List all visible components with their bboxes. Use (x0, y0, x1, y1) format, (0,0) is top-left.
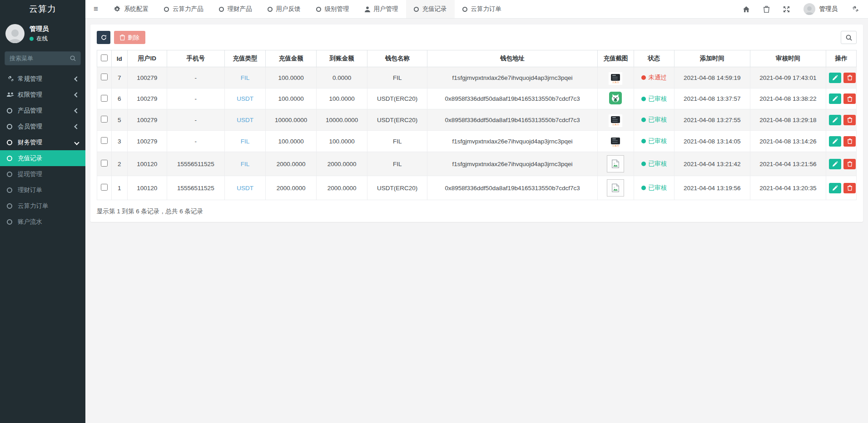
status-badge: 已审核 (641, 137, 667, 145)
sidebar-item-product-management[interactable]: 产品管理 (0, 103, 85, 118)
cell-status: 已审核 (634, 152, 675, 176)
cell-wallet-address: f1sfgjmvpxtnxlax26e7ihvquojd4ap3jrnc3pqe… (427, 152, 598, 176)
row-select (97, 176, 112, 200)
edit-button[interactable] (829, 93, 841, 104)
column-header: 添加时间 (674, 50, 750, 67)
tab-finance-products[interactable]: 理财产品 (211, 0, 260, 18)
sidebar-item-permission-management[interactable]: 权限管理 (0, 87, 85, 103)
sidebar: 云算力 管理员 在线 常规管理权限管理产品管理会员管理财务管理充值记录提现管理理… (0, 0, 85, 423)
broken-image-icon[interactable] (607, 155, 624, 172)
sidebar-item-member-management[interactable]: 会员管理 (0, 118, 85, 134)
status-dot-icon (641, 139, 646, 143)
edit-button[interactable] (829, 136, 841, 147)
cell-amount: 2000.0000 (266, 176, 317, 200)
delete-button[interactable] (843, 115, 856, 125)
edit-button[interactable] (829, 73, 841, 83)
row-checkbox[interactable] (101, 74, 108, 80)
status-badge: 已审核 (641, 184, 667, 192)
settings-cogs-icon[interactable] (851, 6, 859, 13)
circle-icon (7, 108, 18, 113)
cell-added-time: 2021-04-04 13:19:56 (674, 176, 750, 200)
cell-recharge-type[interactable]: FIL (224, 152, 265, 176)
sidebar-item-finance-management[interactable]: 财务管理 (0, 134, 85, 150)
page-content: 删除 Id用户ID手机号充值类型充值金额到账金额钱包名称钱包地址充值截图状态添加… (85, 19, 868, 423)
user-status: 在线 (30, 35, 49, 43)
tab-hashrate-orders[interactable]: 云算力订单 (455, 0, 510, 18)
recharge-screenshot-thumbnail[interactable]: 云算力 (609, 72, 622, 85)
status-badge: 已审核 (641, 95, 667, 103)
cell-recharge-type[interactable]: USDT (224, 109, 265, 131)
recharge-screenshot-thumbnail[interactable] (609, 92, 622, 104)
recharge-screenshot-thumbnail[interactable]: 云算力 (609, 136, 622, 148)
circle-icon (316, 7, 321, 12)
cell-amount: 100.0000 (266, 89, 317, 109)
trash-icon[interactable] (764, 6, 769, 13)
delete-button[interactable] (843, 136, 856, 147)
sidebar-item-label: 云算力订单 (18, 202, 79, 210)
edit-button[interactable] (829, 183, 841, 193)
edit-button[interactable] (829, 115, 841, 125)
cell-phone: 15556511525 (167, 152, 224, 176)
circle-icon (7, 124, 18, 129)
sidebar-item-account-flow[interactable]: 账户流水 (0, 214, 85, 230)
tab-system-config[interactable]: 系统配置 (106, 0, 156, 18)
cell-user-id: 100120 (127, 176, 167, 200)
cell-user-id: 100279 (127, 67, 167, 89)
sidebar-menu: 常规管理权限管理产品管理会员管理财务管理充值记录提现管理理财订单云算力订单账户流… (0, 71, 85, 423)
table-search-button[interactable] (841, 31, 857, 44)
cell-received-amount: 0.0000 (317, 67, 367, 89)
tab-recharge-records[interactable]: 充值记录 (406, 0, 455, 18)
search-icon[interactable] (70, 55, 76, 61)
sidebar-item-hashrate-orders[interactable]: 云算力订单 (0, 198, 85, 214)
cell-actions (826, 109, 857, 131)
cell-wallet-address: 0x8958f336ddf50da8af19b4165313550b7cdcf7… (427, 109, 598, 131)
avatar (5, 24, 25, 43)
tab-hashrate-products[interactable]: 云算力产品 (156, 0, 211, 18)
chevron-left-icon (74, 92, 79, 97)
row-checkbox[interactable] (101, 95, 108, 102)
edit-button[interactable] (829, 159, 841, 169)
cell-recharge-type[interactable]: FIL (224, 67, 265, 89)
delete-button[interactable] (843, 159, 856, 169)
tab-user-feedback[interactable]: 用户反馈 (260, 0, 308, 18)
row-checkbox[interactable] (101, 137, 108, 144)
column-header: 充值截图 (597, 50, 634, 67)
cell-actions (826, 131, 857, 152)
cell-id: 6 (111, 89, 127, 109)
cell-screenshot (597, 89, 634, 109)
sidebar-item-finance-orders[interactable]: 理财订单 (0, 182, 85, 198)
refresh-button[interactable] (97, 31, 110, 44)
sidebar-item-general-management[interactable]: 常规管理 (0, 71, 85, 87)
app-window: 云算力 管理员 在线 常规管理权限管理产品管理会员管理财务管理充值记录提现管理理… (0, 0, 868, 423)
recharge-screenshot-thumbnail[interactable]: 云算力 (609, 114, 622, 127)
delete-button[interactable] (843, 183, 856, 193)
navbar-user-menu[interactable]: 管理员 (804, 3, 838, 15)
status-dot-icon (641, 97, 646, 101)
fullscreen-icon[interactable] (783, 6, 790, 13)
select-all-checkbox[interactable] (101, 54, 108, 61)
circle-icon (7, 187, 18, 193)
row-checkbox[interactable] (101, 116, 108, 123)
row-checkbox[interactable] (101, 160, 108, 167)
cell-amount: 100.0000 (266, 67, 317, 89)
delete-button[interactable] (843, 93, 856, 104)
cell-recharge-type[interactable]: USDT (224, 89, 265, 109)
sidebar-item-recharge-records[interactable]: 充值记录 (0, 150, 85, 166)
navbar-avatar (804, 3, 815, 15)
sidebar-search-input[interactable] (10, 55, 70, 62)
cell-recharge-type[interactable]: FIL (224, 131, 265, 152)
sidebar-item-withdraw-management[interactable]: 提现管理 (0, 166, 85, 182)
broken-image-icon[interactable] (607, 179, 624, 197)
cell-recharge-type[interactable]: USDT (224, 176, 265, 200)
status-badge: 已审核 (641, 116, 667, 124)
person-icon (804, 4, 815, 15)
delete-selected-button[interactable]: 删除 (114, 31, 145, 44)
chevron-left-icon (74, 76, 79, 81)
row-checkbox[interactable] (101, 184, 108, 191)
hamburger-icon[interactable]: ≡ (85, 0, 106, 18)
circle-icon (414, 7, 419, 12)
tab-user-management[interactable]: 用户管理 (357, 0, 406, 18)
delete-button[interactable] (843, 73, 856, 83)
tab-level-management[interactable]: 级别管理 (308, 0, 357, 18)
home-icon[interactable] (743, 6, 750, 13)
